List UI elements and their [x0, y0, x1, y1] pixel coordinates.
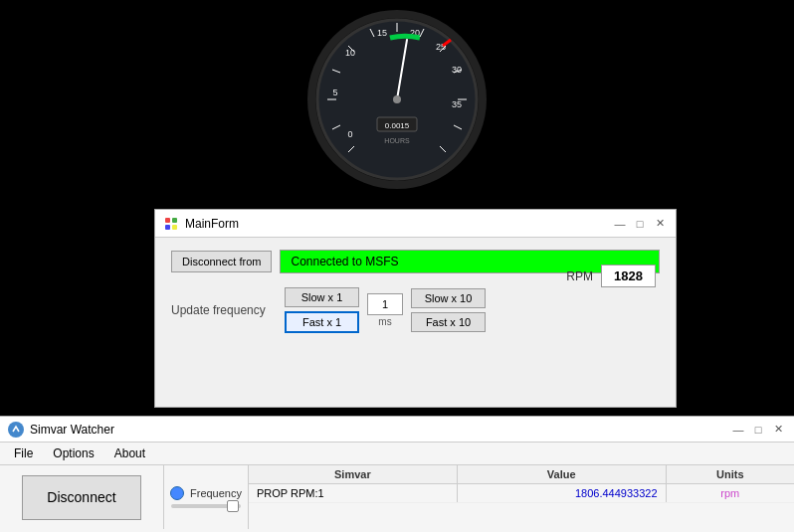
svg-text:0: 0 [347, 129, 352, 139]
simvar-app-icon [10, 424, 22, 436]
disconnect-from-button[interactable]: Disconnect from [171, 251, 272, 272]
menu-about[interactable]: About [104, 444, 155, 462]
table-header: Simvar Value Units [249, 465, 794, 484]
freq-left-buttons: Slow x 1 Fast x 1 [285, 287, 359, 333]
svg-text:35: 35 [452, 99, 462, 109]
mainform-titlebar: MainForm — □ ✕ [155, 210, 676, 238]
simvar-frequency-panel: Frequency [164, 465, 249, 529]
freq-right-buttons: Slow x 10 Fast x 10 [411, 288, 486, 332]
simvar-controls: — □ ✕ [730, 422, 786, 438]
svg-rect-31 [165, 225, 170, 230]
mainform-minimize-btn[interactable]: — [612, 216, 628, 232]
ms-label: ms [378, 316, 391, 327]
menu-options[interactable]: Options [43, 444, 103, 462]
simvar-maximize-btn[interactable]: □ [750, 422, 766, 438]
fast-x1-button[interactable]: Fast x 1 [285, 311, 359, 333]
svg-text:0.0015: 0.0015 [385, 121, 410, 130]
ms-input[interactable] [367, 293, 403, 315]
ms-input-col: ms [367, 293, 403, 327]
frequency-panel-label: Frequency [190, 487, 242, 499]
simvar-minimize-btn[interactable]: — [730, 422, 746, 438]
mainform-controls: — □ ✕ [612, 216, 668, 232]
slow-x1-button[interactable]: Slow x 1 [285, 287, 359, 307]
svg-text:30: 30 [452, 65, 462, 75]
freq-indicator-row: Frequency [170, 486, 242, 500]
svg-text:10: 10 [345, 48, 355, 58]
mainform-close-btn[interactable]: ✕ [652, 216, 668, 232]
gauge-svg: 0 5 10 15 20 25 30 35 [315, 18, 479, 181]
mainform-body: Disconnect from Connected to MSFS Update… [155, 238, 676, 345]
frequency-slider-thumb[interactable] [227, 500, 239, 512]
table-row: PROP RPM:1 1806.444933322 rpm [249, 484, 794, 503]
mainform-app-icon [164, 217, 178, 231]
mainform-title: MainForm [185, 217, 612, 231]
disconnect-panel: Disconnect [0, 465, 164, 529]
col-header-units: Units [667, 465, 794, 483]
disconnect-button[interactable]: Disconnect [22, 475, 141, 520]
mainform-window: MainForm — □ ✕ Disconnect from Connected… [154, 209, 677, 408]
svg-rect-32 [172, 225, 177, 230]
cell-simvar-0: PROP RPM:1 [249, 484, 458, 502]
cell-units-0: rpm [667, 484, 794, 502]
frequency-slider-track[interactable] [171, 504, 241, 508]
simvar-close-btn[interactable]: ✕ [770, 422, 786, 438]
simvar-title: Simvar Watcher [30, 423, 730, 437]
svg-rect-29 [165, 218, 170, 223]
menu-file[interactable]: File [4, 444, 43, 462]
simvar-icon [8, 422, 24, 438]
rpm-gauge: 0 5 10 15 20 25 30 35 [307, 10, 487, 189]
svg-point-28 [393, 95, 401, 103]
frequency-row: Update frequency Slow x 1 Fast x 1 ms Sl… [171, 287, 660, 333]
slow-x10-button[interactable]: Slow x 10 [411, 288, 486, 308]
col-header-simvar: Simvar [249, 465, 458, 483]
frequency-slider-container [171, 504, 241, 508]
fast-x10-button[interactable]: Fast x 10 [411, 312, 486, 332]
rpm-value: 1828 [601, 265, 656, 287]
frequency-dot-indicator [170, 486, 184, 500]
mainform-maximize-btn[interactable]: □ [632, 216, 648, 232]
frequency-label: Update frequency [171, 303, 271, 317]
col-header-value: Value [458, 465, 667, 483]
gauge-area: 0 5 10 15 20 25 30 35 [0, 0, 794, 199]
svg-rect-30 [172, 218, 177, 223]
mainform-icon [163, 216, 179, 232]
rpm-label: RPM [566, 269, 593, 283]
simvar-watcher-window: Simvar Watcher — □ ✕ File Options About … [0, 416, 794, 532]
svg-text:HOURS: HOURS [384, 137, 410, 144]
simvar-titlebar: Simvar Watcher — □ ✕ [0, 417, 794, 443]
svg-text:5: 5 [332, 88, 337, 97]
cell-value-0: 1806.444933322 [458, 484, 667, 502]
svg-text:15: 15 [377, 28, 387, 38]
simvar-content: Disconnect Frequency Simvar Value Units … [0, 465, 794, 529]
simvar-data-table: Simvar Value Units PROP RPM:1 1806.44493… [249, 465, 794, 529]
simvar-menubar: File Options About [0, 443, 794, 465]
rpm-section: RPM 1828 [566, 265, 656, 287]
